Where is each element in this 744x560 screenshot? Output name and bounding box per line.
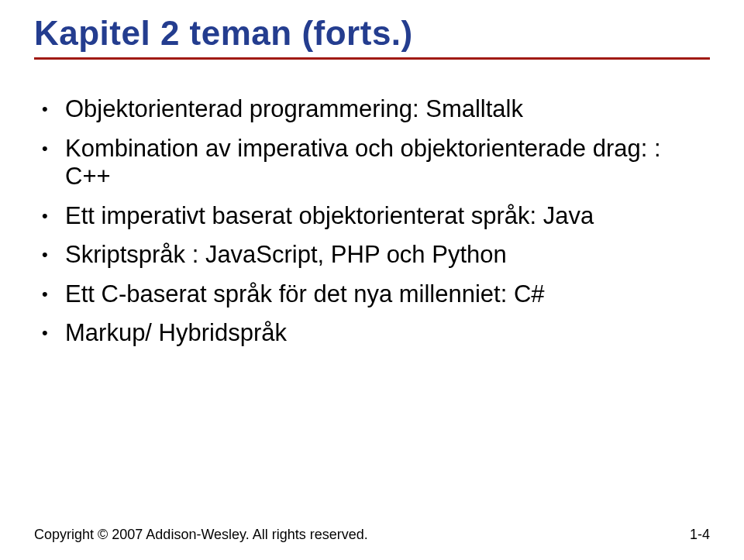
list-item: Objektorienterad programmering: Smalltal… [39, 95, 710, 124]
list-item: Skriptspråk : JavaScript, PHP och Python [39, 241, 710, 270]
slide-footer: Copyright © 2007 Addison-Wesley. All rig… [34, 527, 710, 543]
slide: Kapitel 2 teman (forts.) Objektorientera… [0, 0, 744, 560]
list-item: Markup/ Hybridspråk [39, 319, 710, 348]
list-item: Ett C-baserat språk för det nya millenni… [39, 280, 710, 309]
list-item: Kombination av imperativa och objektorie… [39, 135, 710, 191]
slide-title: Kapitel 2 teman (forts.) [34, 14, 710, 53]
title-divider [34, 57, 710, 60]
bullet-list: Objektorienterad programmering: Smalltal… [39, 95, 710, 348]
list-item: Ett imperativt baserat objektorienterat … [39, 202, 710, 231]
copyright-text: Copyright © 2007 Addison-Wesley. All rig… [34, 527, 368, 543]
slide-content: Objektorienterad programmering: Smalltal… [34, 95, 710, 348]
page-number: 1-4 [690, 527, 710, 543]
